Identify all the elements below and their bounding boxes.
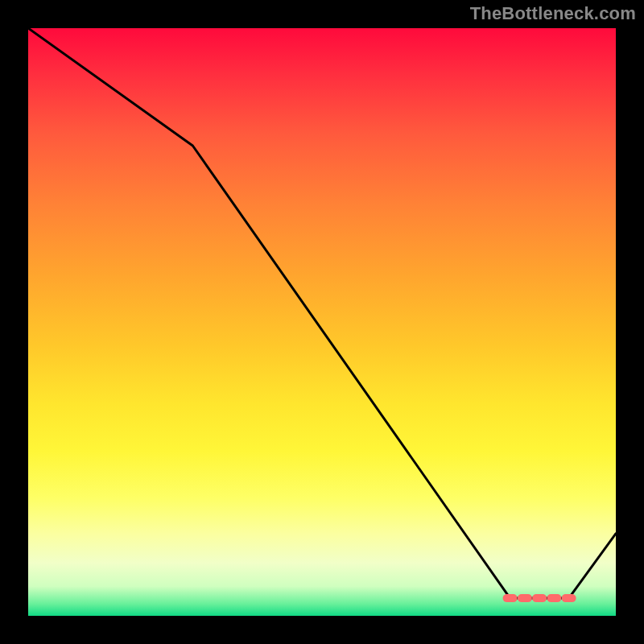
chart-overlay bbox=[28, 28, 616, 616]
chart-markers bbox=[503, 594, 576, 602]
chart-marker bbox=[532, 594, 547, 602]
chart-marker bbox=[518, 594, 532, 602]
chart-line bbox=[28, 28, 616, 598]
chart-marker bbox=[547, 594, 561, 602]
chart-frame: TheBottleneck.com bbox=[0, 0, 644, 644]
plot-area bbox=[28, 28, 616, 616]
attribution-label: TheBottleneck.com bbox=[470, 3, 636, 24]
chart-marker bbox=[562, 594, 576, 602]
chart-marker bbox=[503, 594, 518, 602]
